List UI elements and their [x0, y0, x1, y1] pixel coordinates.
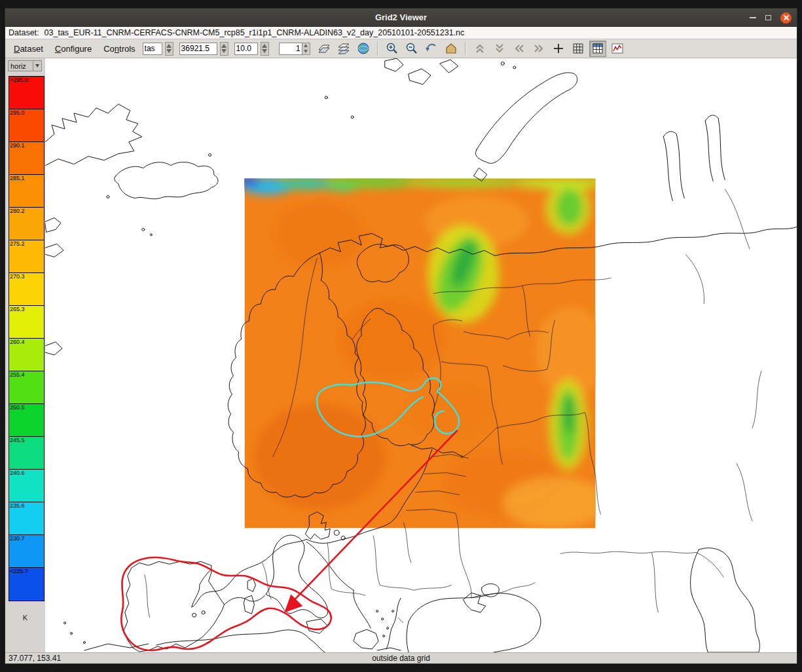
- colorbar-band: 260.4: [9, 339, 44, 371]
- pan-left-button[interactable]: [511, 41, 528, 57]
- maximize-icon[interactable]: [765, 15, 771, 20]
- pan-down-button[interactable]: [491, 41, 508, 57]
- minimize-icon[interactable]: [750, 17, 756, 18]
- menu-configure[interactable]: Configure: [50, 43, 96, 55]
- step-spinbox[interactable]: [279, 43, 310, 55]
- chevron-down-icon[interactable]: [33, 61, 41, 71]
- zoom-out-icon: [405, 42, 418, 55]
- plane-view-icon: [318, 42, 331, 55]
- view-mode-value: horiz: [9, 62, 33, 70]
- chevron-right-icon: [532, 42, 545, 55]
- dataset-filename: 03_tas_EUR-11_CNRM-CERFACS-CNRM-CM5_rcp8…: [45, 28, 465, 37]
- variable-spinner[interactable]: [165, 42, 173, 56]
- home-icon: [445, 42, 458, 55]
- colorbar-band-label: 240.6: [10, 470, 25, 476]
- colorbar-band: 230.7: [9, 535, 44, 568]
- pan-up-button[interactable]: [471, 41, 488, 57]
- colorbar-band-label: 260.4: [10, 339, 25, 345]
- chevron-down-icon: [493, 42, 506, 55]
- time-input[interactable]: [179, 43, 217, 55]
- colorbar-band: <225.7: [9, 568, 44, 601]
- colorbar: >295.0 295.0 290.1 285.1 280.2 275.2 270…: [9, 76, 45, 601]
- main-area: horiz >295.0 295.0 290.1 285.1 280.2 275…: [5, 58, 797, 652]
- chevron-up-icon: [473, 42, 486, 55]
- europe-map[interactable]: [45, 58, 797, 652]
- colorbar-band-label: 235.6: [10, 502, 25, 509]
- chevron-left-icon: [513, 42, 526, 55]
- status-bar: 37.077, 153.41 outside data grid: [5, 652, 797, 663]
- colorbar-band-label: <225.7: [10, 568, 28, 574]
- colorbar-band: 275.2: [9, 240, 44, 273]
- zoom-out-button[interactable]: [403, 41, 420, 57]
- colorbar-band: 270.3: [9, 273, 44, 306]
- table-icon: [591, 42, 604, 55]
- menu-controls[interactable]: Controls: [99, 43, 139, 55]
- toolbar-separator: [377, 42, 378, 55]
- colorbar-band: 250.5: [9, 404, 44, 437]
- colorbar-band: 285.1: [9, 175, 44, 208]
- colorbar-band-label: 250.5: [10, 404, 25, 411]
- titlebar[interactable]: Grid2 Viewer: [5, 9, 797, 27]
- plus-icon: [552, 42, 565, 55]
- undo-arrow-icon: [425, 42, 438, 55]
- colorbar-band-label: 270.3: [10, 273, 25, 280]
- step-input[interactable]: [279, 43, 302, 55]
- colorbar-band: 265.3: [9, 306, 44, 339]
- window-title: Grid2 Viewer: [5, 12, 797, 22]
- profile-plot-button[interactable]: [609, 41, 626, 57]
- profile-plot-icon: [611, 42, 624, 55]
- colorbar-band: 235.6: [9, 502, 44, 535]
- map-canvas[interactable]: [45, 58, 797, 652]
- colorbar-band-label: 230.7: [10, 535, 25, 542]
- desktop: Grid2 Viewer Dataset: 03_tas_EUR-11_CNRM…: [0, 0, 802, 672]
- data-table-button[interactable]: [589, 41, 606, 57]
- menu-dataset[interactable]: Dataset: [9, 43, 48, 55]
- plane-view-button[interactable]: [316, 41, 333, 57]
- grid-lines-button[interactable]: [570, 41, 587, 57]
- grid-icon: [572, 42, 585, 55]
- close-icon[interactable]: [780, 12, 792, 24]
- colorbar-band: 240.6: [9, 470, 44, 502]
- colorbar-band-label: >295.0: [10, 77, 28, 83]
- colorbar-band: 245.5: [9, 437, 44, 470]
- toolbar: Dataset Configure Controls: [5, 39, 797, 58]
- variable-input[interactable]: [143, 43, 162, 55]
- toolbar-separator: [465, 42, 466, 55]
- colorbar-band: 295.0: [9, 109, 44, 142]
- zoom-in-button[interactable]: [384, 41, 401, 57]
- dataset-bar: Dataset: 03_tas_EUR-11_CNRM-CERFACS-CNRM…: [5, 27, 797, 39]
- colorbar-band-label: 280.2: [10, 208, 25, 214]
- home-extent-button[interactable]: [443, 41, 460, 57]
- data-grid-overlay: [236, 176, 607, 529]
- globe-icon: [357, 42, 370, 55]
- add-button[interactable]: [550, 41, 567, 57]
- colorbar-band-label: 275.2: [10, 240, 25, 247]
- stack-view-button[interactable]: [335, 41, 352, 57]
- colorbar-band-label: 245.5: [10, 437, 25, 443]
- grid2-viewer-window: Grid2 Viewer Dataset: 03_tas_EUR-11_CNRM…: [5, 8, 797, 664]
- stack-view-icon: [337, 42, 350, 55]
- colorbar-band: 280.2: [9, 208, 44, 240]
- colorbar-band-label: 290.1: [10, 142, 25, 149]
- status-message: outside data grid: [5, 654, 797, 663]
- colorbar-band: >295.0: [9, 77, 44, 109]
- view-mode-combo[interactable]: horiz: [8, 60, 42, 71]
- dataset-label: Dataset:: [9, 28, 39, 37]
- colorbar-band: 255.4: [9, 371, 44, 404]
- reset-zoom-button[interactable]: [423, 41, 440, 57]
- level-input[interactable]: [234, 43, 258, 55]
- colorbar-band-label: 265.3: [10, 306, 25, 312]
- step-down-icon[interactable]: [302, 48, 310, 54]
- step-up-icon[interactable]: [302, 43, 310, 49]
- colorbar-band-label: 295.0: [10, 109, 25, 116]
- colorbar-band: 290.1: [9, 142, 44, 175]
- colorbar-band-label: 285.1: [10, 175, 25, 181]
- globe-button[interactable]: [355, 41, 372, 57]
- legend-panel: horiz >295.0 295.0 290.1 285.1 280.2 275…: [5, 58, 45, 652]
- level-spinner[interactable]: [261, 42, 269, 56]
- pan-right-button[interactable]: [530, 41, 547, 57]
- colorbar-band-label: 255.4: [10, 371, 25, 378]
- colorbar-unit: K: [5, 614, 45, 622]
- time-spinner[interactable]: [220, 42, 228, 56]
- zoom-in-icon: [386, 42, 399, 55]
